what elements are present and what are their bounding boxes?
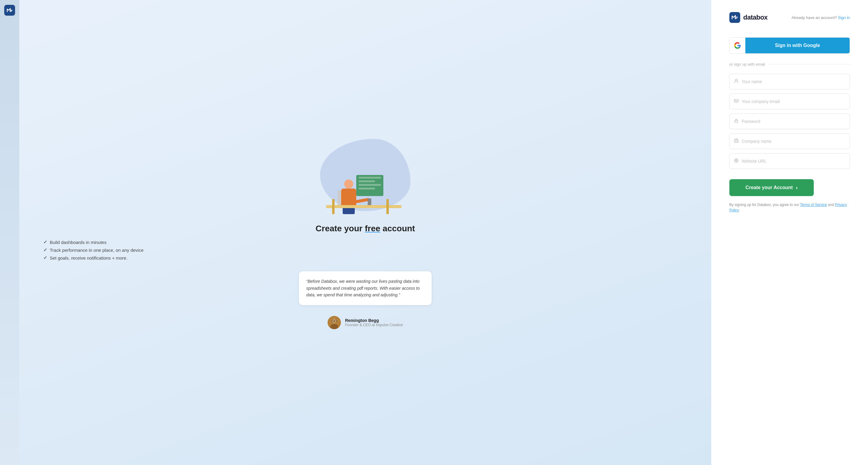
svg-rect-10	[735, 121, 738, 123]
arrow-icon: ›	[796, 185, 798, 191]
lock-icon	[734, 119, 739, 124]
author-info: Remington Begg Founder & CEO at Impulse …	[345, 318, 403, 327]
author-title: Founder & CEO at Impulse Creative	[345, 323, 403, 327]
hero-illustration	[314, 136, 416, 214]
password-input-wrapper[interactable]	[730, 113, 850, 129]
logo-area: databox	[730, 12, 768, 23]
email-icon	[734, 98, 739, 104]
already-account-text: Already have an account? Sign in	[792, 15, 850, 20]
google-signin-button[interactable]: Sign in with Google	[730, 37, 850, 54]
name-field-group	[730, 74, 850, 90]
testimonial-quote: “Before Databox, we were wasting our liv…	[306, 278, 424, 298]
author-name: Remington Begg	[345, 318, 403, 323]
left-panel: Create your free account Build dashboard…	[19, 0, 711, 465]
company-icon	[734, 138, 739, 144]
website-input[interactable]	[742, 159, 845, 164]
sidebar-strip	[0, 0, 19, 465]
user-icon	[734, 78, 739, 85]
password-field-group	[730, 113, 850, 129]
email-divider: or sign up with email	[730, 62, 850, 67]
page-headline: Create your free account	[315, 224, 415, 233]
email-field-group	[730, 94, 850, 109]
svg-rect-0	[4, 5, 15, 16]
terms-text: By signing up for Databox, you agree to …	[730, 202, 850, 213]
google-icon-box	[730, 38, 745, 53]
email-input[interactable]	[742, 99, 845, 104]
right-header: databox Already have an account? Sign in	[730, 12, 850, 23]
name-input[interactable]	[742, 79, 845, 84]
svg-rect-7	[730, 12, 740, 23]
databox-logo-icon	[730, 12, 740, 23]
globe-icon	[734, 158, 739, 164]
email-input-wrapper[interactable]	[730, 94, 850, 109]
svg-rect-9	[735, 100, 738, 102]
company-input[interactable]	[742, 139, 845, 144]
testimonial-box: “Before Databox, we were wasting our liv…	[299, 271, 432, 305]
google-icon	[734, 42, 741, 49]
feature-item: Track performance in one place, on any d…	[43, 247, 144, 253]
website-input-wrapper[interactable]	[730, 153, 850, 169]
name-input-wrapper[interactable]	[730, 74, 850, 90]
submit-label: Create your Account	[746, 185, 793, 190]
divider-text: or sign up with email	[730, 62, 765, 67]
right-panel: databox Already have an account? Sign in…	[711, 0, 868, 465]
create-account-button[interactable]: Create your Account ›	[730, 179, 814, 196]
sign-in-link[interactable]: Sign in	[838, 15, 850, 20]
feature-item: Set goals, receive notifications + more.	[43, 255, 144, 261]
google-button-label: Sign in with Google	[745, 38, 849, 53]
terms-of-service-link[interactable]: Terms of Service	[800, 203, 827, 207]
company-field-group	[730, 133, 850, 149]
website-field-group	[730, 153, 850, 169]
features-list: Build dashboards in minutes Track perfor…	[43, 239, 144, 263]
sidebar-logo-icon	[4, 5, 15, 16]
testimonial-author: Remington Begg Founder & CEO at Impulse …	[328, 316, 403, 329]
logo-text: databox	[743, 13, 768, 22]
feature-item: Build dashboards in minutes	[43, 239, 144, 245]
password-input[interactable]	[742, 119, 845, 124]
company-input-wrapper[interactable]	[730, 133, 850, 149]
author-avatar	[328, 316, 341, 329]
